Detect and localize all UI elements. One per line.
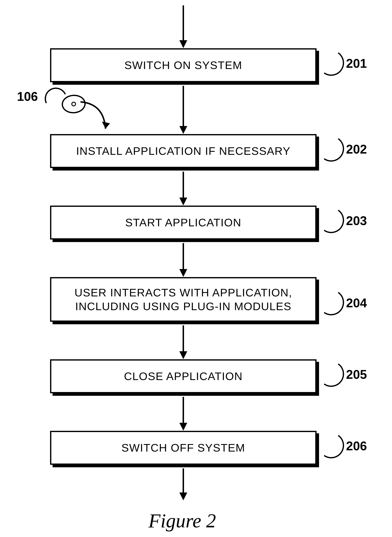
- arrow-head-down-icon: [179, 198, 187, 205]
- ref-curve: [316, 288, 346, 318]
- disc-center-icon: [71, 102, 76, 106]
- ref-label: 202: [346, 142, 367, 156]
- arrow-head-down-icon: [179, 423, 187, 431]
- step-box-201: SWITCH ON SYSTEM: [50, 48, 317, 82]
- figure-caption: Figure 2: [149, 509, 216, 532]
- ref-label: 203: [346, 214, 367, 228]
- step-label: USER INTERACTS WITH APPLICATION, INCLUDI…: [67, 286, 299, 313]
- arrow-line: [182, 5, 184, 41]
- ref-label: 106: [17, 89, 38, 104]
- ref-label: 201: [346, 56, 367, 71]
- arrow-line: [182, 325, 184, 352]
- step-box-202: INSTALL APPLICATION IF NECESSARY: [50, 134, 317, 168]
- step-label: START APPLICATION: [118, 216, 249, 230]
- arrow-head-down-icon: [179, 269, 187, 277]
- step-label: SWITCH OFF SYSTEM: [114, 441, 252, 455]
- step-box-203: START APPLICATION: [50, 206, 317, 240]
- disc-arrow: [77, 100, 123, 136]
- ref-curve: [316, 48, 346, 78]
- step-label: INSTALL APPLICATION IF NECESSARY: [69, 144, 298, 158]
- arrow-head-down-icon: [179, 40, 187, 48]
- svg-marker-0: [102, 121, 110, 129]
- flowchart-canvas: SWITCH ON SYSTEM 201 106 INSTALL APPLICA…: [0, 0, 392, 537]
- step-box-205: CLOSE APPLICATION: [50, 359, 317, 393]
- arrow-head-down-icon: [179, 126, 187, 134]
- arrow-line: [182, 468, 184, 493]
- arrow-line: [182, 172, 184, 199]
- step-box-204: USER INTERACTS WITH APPLICATION, INCLUDI…: [50, 277, 317, 322]
- step-label: SWITCH ON SYSTEM: [117, 58, 249, 72]
- ref-curve: [316, 134, 346, 164]
- ref-curve: [316, 205, 346, 235]
- step-label: CLOSE APPLICATION: [117, 369, 250, 383]
- arrow-line: [182, 397, 184, 424]
- arrow-head-down-icon: [179, 492, 187, 500]
- step-box-206: SWITCH OFF SYSTEM: [50, 431, 317, 465]
- ref-label: 205: [346, 367, 367, 382]
- ref-curve: [316, 359, 346, 389]
- arrow-line: [182, 243, 184, 270]
- ref-label: 206: [346, 439, 367, 453]
- ref-curve: [316, 431, 346, 460]
- arrow-line: [182, 86, 184, 127]
- arrow-head-down-icon: [179, 351, 187, 359]
- ref-label: 204: [346, 296, 367, 310]
